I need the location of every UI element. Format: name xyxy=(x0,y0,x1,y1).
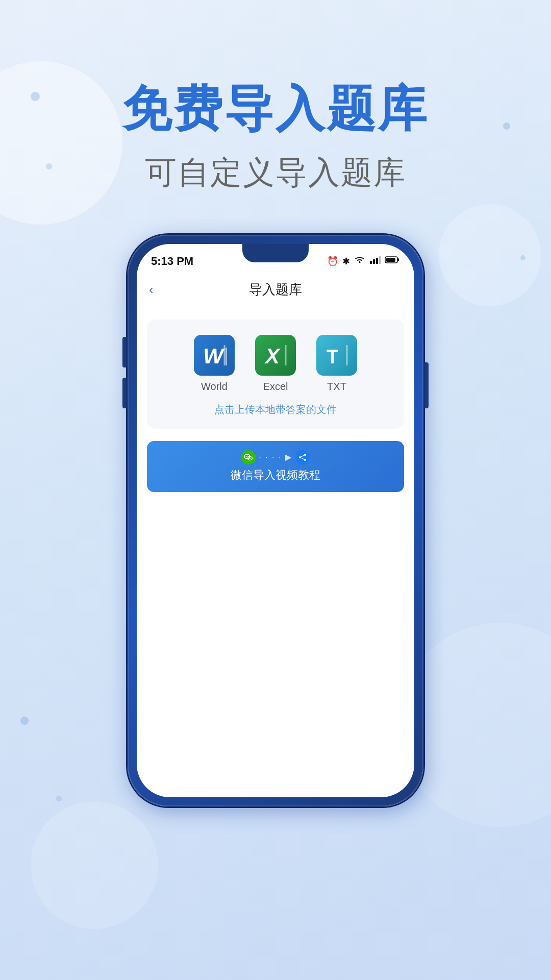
main-title: 免费导入题库 xyxy=(0,82,551,136)
svg-rect-3 xyxy=(376,258,378,264)
svg-text:X: X xyxy=(264,344,281,368)
txt-label: TXT xyxy=(327,381,346,393)
signal-icon xyxy=(369,256,381,266)
excel-label: Excel xyxy=(263,381,288,393)
nav-title: 导入题库 xyxy=(249,281,302,299)
status-icons: ⏰ ✱ xyxy=(327,256,400,267)
svg-rect-2 xyxy=(373,259,375,264)
dot-5 xyxy=(20,717,29,725)
status-time: 5:13 PM xyxy=(151,255,193,268)
phone-notch xyxy=(242,244,309,262)
word-label: World xyxy=(201,381,228,393)
share-icon xyxy=(295,450,310,464)
phone-screen: 5:13 PM ⏰ ✱ xyxy=(137,244,414,797)
svg-point-21 xyxy=(249,458,250,459)
dot-4 xyxy=(520,255,525,260)
wifi-icon xyxy=(354,256,365,266)
svg-point-18 xyxy=(246,456,247,457)
file-item-excel[interactable]: X Excel xyxy=(255,335,296,393)
word-icon: W xyxy=(194,335,235,376)
phone-mockup: 5:13 PM ⏰ ✱ xyxy=(128,235,423,806)
svg-point-22 xyxy=(251,458,252,459)
bluetooth-icon: ✱ xyxy=(342,256,350,267)
wechat-tutorial-button[interactable]: · · · · ▶ 微信导入视频教程 xyxy=(147,441,404,492)
battery-icon xyxy=(385,256,400,266)
svg-rect-1 xyxy=(370,261,372,264)
alarm-icon: ⏰ xyxy=(327,256,338,267)
wechat-icon xyxy=(241,450,256,464)
bg-decoration-2 xyxy=(439,204,541,306)
header-section: 免费导入题库 可自定义导入题库 xyxy=(0,0,551,194)
file-item-word[interactable]: W World xyxy=(194,335,235,393)
txt-icon: T xyxy=(316,335,357,376)
excel-icon: X xyxy=(255,335,296,376)
svg-point-0 xyxy=(359,262,361,263)
file-hint: 点击上传本地带答案的文件 xyxy=(157,403,394,416)
back-button[interactable]: ‹ xyxy=(149,282,154,298)
dot-6 xyxy=(56,796,62,801)
nav-bar: ‹ 导入题库 xyxy=(137,273,414,307)
wechat-icons-row: · · · · ▶ xyxy=(241,450,310,464)
svg-rect-7 xyxy=(386,258,395,262)
svg-rect-4 xyxy=(379,256,381,264)
file-section: W World X xyxy=(147,320,404,429)
phone-frame: 5:13 PM ⏰ ✱ xyxy=(128,235,423,806)
arrow-dots: · · · · ▶ xyxy=(259,452,292,462)
wechat-btn-label: 微信导入视频教程 xyxy=(231,468,320,483)
bg-decoration-4 xyxy=(31,801,158,929)
svg-line-27 xyxy=(300,457,305,460)
svg-rect-6 xyxy=(397,258,399,261)
file-icons-row: W World X xyxy=(157,335,394,393)
file-item-txt[interactable]: T TXT xyxy=(316,335,357,393)
sub-title: 可自定义导入题库 xyxy=(0,151,551,194)
svg-text:T: T xyxy=(327,346,338,368)
svg-line-26 xyxy=(300,455,305,457)
svg-text:W: W xyxy=(203,344,225,368)
